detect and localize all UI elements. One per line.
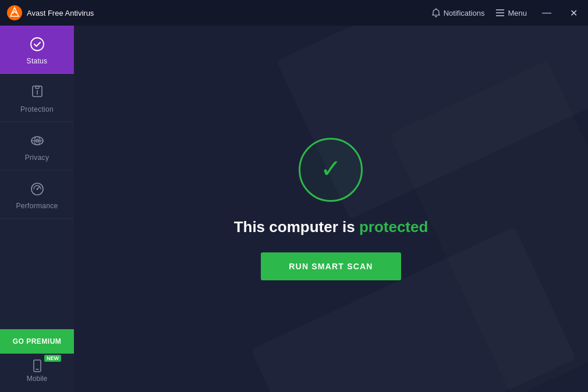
svg-rect-6 xyxy=(36,86,39,88)
sidebar-bottom: GO PREMIUM NEW Mobile xyxy=(0,329,74,392)
status-message: This computer is protected xyxy=(234,218,428,236)
sidebar-item-status[interactable]: Status xyxy=(0,26,74,74)
sidebar-item-performance-label: Performance xyxy=(16,202,58,210)
sidebar: Status Protection xyxy=(0,26,74,392)
new-badge: NEW xyxy=(44,355,61,362)
main-layout: Status Protection xyxy=(0,26,588,392)
title-bar-right: Notifications Menu — ✕ xyxy=(432,6,581,20)
status-check-circle: ✓ xyxy=(299,138,363,202)
sidebar-item-performance[interactable]: Performance xyxy=(0,170,74,219)
minimize-button[interactable]: — xyxy=(539,6,555,19)
notifications-label: Notifications xyxy=(444,9,485,17)
title-bar: Avast Free Antivirus Notifications Menu … xyxy=(0,0,588,26)
mobile-icon xyxy=(31,359,43,372)
main-content: ✓ This computer is protected RUN SMART S… xyxy=(74,26,588,392)
notifications-button[interactable]: Notifications xyxy=(432,8,485,17)
avast-logo-icon xyxy=(7,5,22,20)
sidebar-item-privacy[interactable]: Privacy xyxy=(0,122,74,170)
sidebar-item-status-label: Status xyxy=(27,57,48,65)
menu-label: Menu xyxy=(508,9,527,17)
svg-point-4 xyxy=(31,38,44,51)
app-title: Avast Free Antivirus xyxy=(27,9,94,17)
status-text-prefix: This computer is xyxy=(234,218,359,236)
app-logo: Avast Free Antivirus xyxy=(7,5,94,20)
protection-icon xyxy=(29,84,45,101)
center-content: ✓ This computer is protected RUN SMART S… xyxy=(234,138,428,280)
bell-icon xyxy=(432,8,440,17)
check-mark-icon: ✓ xyxy=(320,156,342,181)
menu-icon xyxy=(496,9,504,16)
svg-point-15 xyxy=(36,188,38,190)
menu-button[interactable]: Menu xyxy=(496,9,527,17)
performance-icon xyxy=(29,181,45,197)
svg-point-8 xyxy=(37,90,38,91)
sidebar-item-protection-label: Protection xyxy=(20,105,54,113)
sidebar-item-mobile[interactable]: NEW Mobile xyxy=(0,354,74,386)
sidebar-item-protection[interactable]: Protection xyxy=(0,74,74,122)
status-icon xyxy=(29,36,45,52)
status-text-highlight: protected xyxy=(359,218,428,236)
close-button[interactable]: ✕ xyxy=(566,6,581,20)
sidebar-item-privacy-label: Privacy xyxy=(25,154,49,162)
go-premium-button[interactable]: GO PREMIUM xyxy=(0,329,74,354)
privacy-icon xyxy=(29,133,45,149)
mobile-label: Mobile xyxy=(27,375,47,383)
svg-rect-16 xyxy=(34,360,41,372)
run-smart-scan-button[interactable]: RUN SMART SCAN xyxy=(261,252,401,280)
